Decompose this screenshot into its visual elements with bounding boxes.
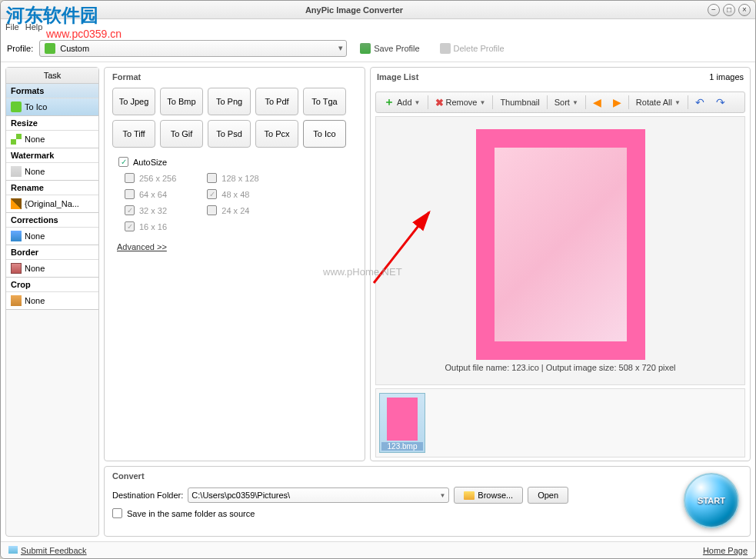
plus-icon: ＋ xyxy=(384,95,395,109)
ico-toico xyxy=(11,101,22,112)
format-title: Format xyxy=(112,72,357,82)
remove-button[interactable]: ✖Remove▼ xyxy=(431,95,491,110)
preview-caption: Output file name: 123.ico | Output image… xyxy=(445,363,675,372)
thumbnail-label: 123.bmp xyxy=(381,442,423,451)
next-button[interactable]: ▶ xyxy=(608,95,626,110)
same-folder-checkbox[interactable] xyxy=(112,508,122,518)
home-link[interactable]: Home Page xyxy=(703,546,748,555)
add-button[interactable]: ＋Add▼ xyxy=(379,95,425,110)
dest-path-input[interactable]: C:\Users\pc0359\Pictures\ ▼ xyxy=(188,487,449,503)
watermark-logo: 河东软件园 xyxy=(0,0,105,31)
chevron-down-icon: ▼ xyxy=(439,492,445,499)
format-btn-to-tga[interactable]: To Tga xyxy=(303,88,346,115)
convert-panel: Convert Destination Folder: C:\Users\pc0… xyxy=(104,466,751,537)
redo-icon: ↷ xyxy=(716,96,725,108)
imagelist-title: Image List xyxy=(377,72,418,82)
undo-icon: ↶ xyxy=(695,96,704,108)
save-icon xyxy=(360,43,371,54)
sort-button[interactable]: Sort▼ xyxy=(550,95,583,110)
format-btn-to-ico[interactable]: To Ico xyxy=(303,120,346,148)
ico-corr xyxy=(11,231,22,241)
size-checkbox-24x24 xyxy=(207,205,217,215)
imagelist-panel: Image List 1 images ＋Add▼ ✖Remove▼ Thumb… xyxy=(370,67,751,461)
imagelist-toolbar: ＋Add▼ ✖Remove▼ Thumbnail Sort▼ ◀ ▶ Rotat… xyxy=(375,92,745,113)
thumbnail-item[interactable]: 123.bmp xyxy=(379,393,425,453)
same-folder-label: Save in the same folder as source xyxy=(127,509,255,518)
task-title-border[interactable]: Border xyxy=(6,245,98,260)
format-btn-to-gif[interactable]: To Gif xyxy=(160,120,203,148)
size-checkbox-48x48: ✓ xyxy=(207,189,217,199)
format-btn-to-jpeg[interactable]: To Jpeg xyxy=(112,88,155,115)
imagelist-count: 1 images xyxy=(709,72,744,88)
undo-button[interactable]: ↶ xyxy=(691,95,709,110)
task-header: Task xyxy=(6,68,98,84)
size-checkbox-256x256 xyxy=(125,173,135,183)
x-icon: ✖ xyxy=(435,97,444,108)
format-btn-to-pdf[interactable]: To Pdf xyxy=(255,88,298,115)
task-sub-formats[interactable]: To Ico xyxy=(6,98,98,115)
ico-resize xyxy=(11,134,22,145)
task-title-watermark[interactable]: Watermark xyxy=(6,148,98,163)
convert-title: Convert xyxy=(112,471,742,481)
task-sub-watermark[interactable]: None xyxy=(6,163,98,180)
browse-button[interactable]: Browse... xyxy=(454,487,523,504)
size-checkbox-128x128 xyxy=(207,173,217,183)
format-btn-to-psd[interactable]: To Psd xyxy=(208,120,251,148)
footer: Submit Feedback Home Page xyxy=(1,541,755,558)
chevron-down-icon: ▼ xyxy=(572,99,578,106)
profile-value: Custom xyxy=(60,44,89,53)
chevron-down-icon: ▼ xyxy=(479,99,485,106)
task-title-resize[interactable]: Resize xyxy=(6,116,98,131)
thumbnail-image xyxy=(387,398,418,441)
save-profile-button[interactable]: Save Profile xyxy=(353,40,426,57)
profile-select[interactable]: Custom ▾ xyxy=(39,40,347,57)
titlebar: AnyPic Image Converter − □ × xyxy=(1,1,755,19)
format-btn-to-bmp[interactable]: To Bmp xyxy=(160,88,203,115)
maximize-button[interactable]: □ xyxy=(723,4,735,16)
size-checkbox-64x64 xyxy=(125,189,135,199)
prev-button[interactable]: ◀ xyxy=(588,95,606,110)
task-title-rename[interactable]: Rename xyxy=(6,181,98,195)
thumbnail-strip[interactable]: 123.bmp xyxy=(375,388,745,458)
task-title-formats[interactable]: Formats xyxy=(6,84,98,98)
dest-label: Destination Folder: xyxy=(112,491,183,500)
format-btn-to-tiff[interactable]: To Tiff xyxy=(112,120,155,148)
delete-profile-button[interactable]: Delete Profile xyxy=(433,40,511,57)
feedback-icon xyxy=(8,546,18,554)
ico-border xyxy=(11,263,22,274)
task-title-corrections[interactable]: Corrections xyxy=(6,213,98,228)
arrow-right-icon: ▶ xyxy=(613,96,621,108)
advanced-link[interactable]: Advanced >> xyxy=(117,242,167,251)
profile-icon xyxy=(45,43,55,54)
start-button[interactable]: START xyxy=(684,473,739,528)
format-btn-to-png[interactable]: To Png xyxy=(208,88,251,115)
task-panel: Task FormatsTo IcoResizeNoneWatermarkNon… xyxy=(5,67,99,537)
chevron-down-icon: ▼ xyxy=(674,99,681,106)
autosize-label: AutoSize xyxy=(133,158,167,167)
task-sub-rename[interactable]: {Original_Na... xyxy=(6,195,98,212)
feedback-link[interactable]: Submit Feedback xyxy=(21,546,87,555)
profile-label: Profile: xyxy=(7,44,33,53)
preview-area: Output file name: 123.ico | Output image… xyxy=(375,116,745,385)
task-sub-resize[interactable]: None xyxy=(6,131,98,148)
size-checkbox-32x32: ✓ xyxy=(125,205,135,215)
delete-icon xyxy=(440,43,451,54)
task-sub-crop[interactable]: None xyxy=(6,292,98,309)
task-sub-corrections[interactable]: None xyxy=(6,228,98,245)
chevron-down-icon: ▼ xyxy=(415,99,421,106)
format-panel: Format To JpegTo BmpTo PngTo PdfTo TgaTo… xyxy=(104,67,365,461)
minimize-button[interactable]: − xyxy=(708,4,720,16)
close-button[interactable]: × xyxy=(738,4,751,16)
redo-button[interactable]: ↷ xyxy=(711,95,730,110)
ico-crop xyxy=(11,295,22,306)
autosize-checkbox[interactable]: ✓ xyxy=(118,157,128,167)
thumbnail-button[interactable]: Thumbnail xyxy=(495,95,544,110)
task-title-crop[interactable]: Crop xyxy=(6,278,98,292)
open-button[interactable]: Open xyxy=(528,487,568,504)
rotate-all-button[interactable]: Rotate All▼ xyxy=(631,95,685,110)
format-btn-to-pcx[interactable]: To Pcx xyxy=(255,120,298,148)
preview-image xyxy=(476,129,645,360)
ico-wm xyxy=(11,166,22,177)
task-sub-border[interactable]: None xyxy=(6,260,98,277)
watermark-center: www.pHome.NET xyxy=(323,266,402,278)
